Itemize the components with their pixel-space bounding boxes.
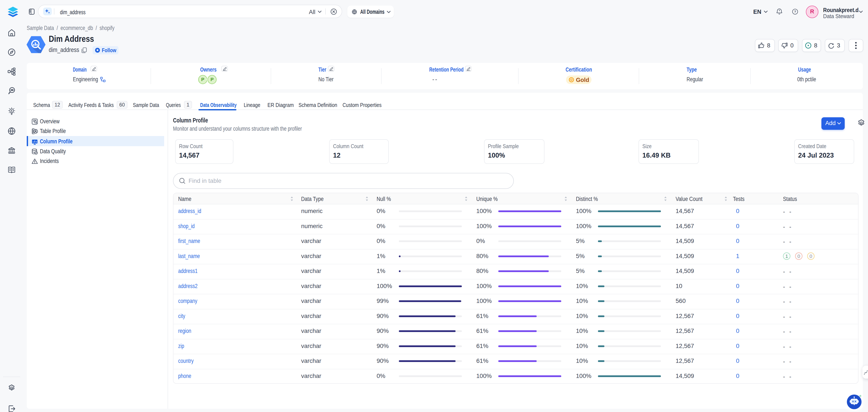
svg-text:?: ? [794,10,796,13]
